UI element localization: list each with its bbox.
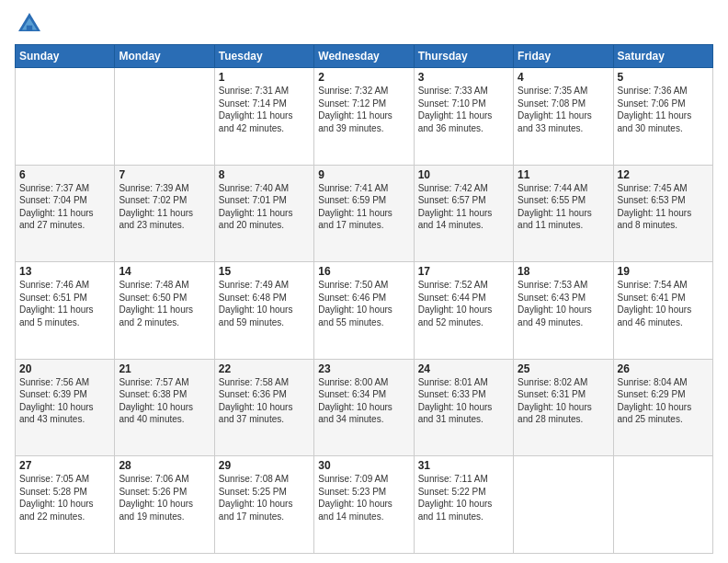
- calendar-week-5: 27 Sunrise: 7:05 AMSunset: 5:28 PMDaylig…: [16, 456, 713, 554]
- cell-info: Sunrise: 7:46 AMSunset: 6:51 PMDaylight:…: [19, 280, 94, 327]
- cell-info: Sunrise: 7:44 AMSunset: 6:55 PMDaylight:…: [518, 183, 592, 231]
- calendar-week-2: 6 Sunrise: 7:37 AMSunset: 7:04 PMDayligh…: [16, 165, 713, 262]
- day-number: 15: [219, 265, 310, 278]
- day-number: 21: [119, 362, 210, 375]
- day-number: 28: [119, 459, 210, 472]
- svg-rect-2: [27, 26, 32, 31]
- calendar-week-1: 1 Sunrise: 7:31 AMSunset: 7:14 PMDayligh…: [16, 68, 713, 166]
- cell-info: Sunrise: 7:35 AMSunset: 7:08 PMDaylight:…: [518, 86, 592, 133]
- calendar-week-4: 20 Sunrise: 7:56 AMSunset: 6:39 PMDaylig…: [16, 359, 713, 456]
- cell-info: Sunrise: 7:57 AMSunset: 6:38 PMDaylight:…: [119, 377, 193, 425]
- day-number: 9: [318, 168, 409, 181]
- table-row: 20 Sunrise: 7:56 AMSunset: 6:39 PMDaylig…: [16, 359, 115, 456]
- page: Sunday Monday Tuesday Wednesday Thursday…: [0, 0, 728, 563]
- table-row: 28 Sunrise: 7:06 AMSunset: 5:26 PMDaylig…: [115, 456, 214, 554]
- table-row: [115, 68, 214, 166]
- cell-info: Sunrise: 7:33 AMSunset: 7:10 PMDaylight:…: [418, 86, 493, 133]
- table-row: 6 Sunrise: 7:37 AMSunset: 7:04 PMDayligh…: [16, 165, 115, 262]
- table-row: [16, 68, 115, 166]
- cell-info: Sunrise: 7:58 AMSunset: 6:36 PMDaylight:…: [219, 377, 293, 425]
- day-number: 18: [518, 265, 609, 278]
- cell-info: Sunrise: 7:40 AMSunset: 7:01 PMDaylight:…: [219, 183, 293, 231]
- table-row: 23 Sunrise: 8:00 AMSunset: 6:34 PMDaylig…: [314, 359, 414, 456]
- day-number: 25: [518, 362, 609, 375]
- cell-info: Sunrise: 7:53 AMSunset: 6:43 PMDaylight:…: [518, 280, 592, 327]
- table-row: 5 Sunrise: 7:36 AMSunset: 7:06 PMDayligh…: [613, 68, 712, 166]
- cell-info: Sunrise: 7:54 AMSunset: 6:41 PMDaylight:…: [618, 280, 692, 327]
- table-row: 3 Sunrise: 7:33 AMSunset: 7:10 PMDayligh…: [414, 68, 513, 166]
- day-number: 11: [518, 168, 609, 181]
- cell-info: Sunrise: 7:06 AMSunset: 5:26 PMDaylight:…: [119, 474, 193, 522]
- day-number: 30: [318, 459, 409, 472]
- table-row: 1 Sunrise: 7:31 AMSunset: 7:14 PMDayligh…: [214, 68, 313, 166]
- cell-info: Sunrise: 7:52 AMSunset: 6:44 PMDaylight:…: [418, 280, 493, 327]
- day-number: 17: [418, 265, 509, 278]
- table-row: 31 Sunrise: 7:11 AMSunset: 5:22 PMDaylig…: [414, 456, 513, 554]
- col-monday: Monday: [115, 45, 214, 68]
- day-number: 4: [518, 71, 609, 84]
- cell-info: Sunrise: 7:08 AMSunset: 5:25 PMDaylight:…: [219, 474, 293, 522]
- cell-info: Sunrise: 7:05 AMSunset: 5:28 PMDaylight:…: [19, 474, 94, 522]
- table-row: 2 Sunrise: 7:32 AMSunset: 7:12 PMDayligh…: [314, 68, 414, 166]
- table-row: 15 Sunrise: 7:49 AMSunset: 6:48 PMDaylig…: [214, 262, 313, 360]
- table-row: 18 Sunrise: 7:53 AMSunset: 6:43 PMDaylig…: [514, 262, 613, 360]
- table-row: 29 Sunrise: 7:08 AMSunset: 5:25 PMDaylig…: [214, 456, 313, 554]
- day-number: 16: [318, 265, 409, 278]
- col-saturday: Saturday: [613, 45, 712, 68]
- cell-info: Sunrise: 7:39 AMSunset: 7:02 PMDaylight:…: [119, 183, 193, 231]
- day-number: 10: [418, 168, 509, 181]
- table-row: [514, 456, 613, 554]
- day-number: 5: [618, 71, 709, 84]
- col-sunday: Sunday: [16, 45, 115, 68]
- logo: [15, 9, 48, 39]
- header-row: Sunday Monday Tuesday Wednesday Thursday…: [16, 45, 713, 68]
- cell-info: Sunrise: 7:11 AMSunset: 5:22 PMDaylight:…: [418, 474, 493, 522]
- table-row: 14 Sunrise: 7:48 AMSunset: 6:50 PMDaylig…: [115, 262, 214, 360]
- day-number: 6: [19, 168, 110, 181]
- table-row: 25 Sunrise: 8:02 AMSunset: 6:31 PMDaylig…: [514, 359, 613, 456]
- day-number: 2: [318, 71, 409, 84]
- cell-info: Sunrise: 7:37 AMSunset: 7:04 PMDaylight:…: [19, 183, 94, 231]
- day-number: 20: [19, 362, 110, 375]
- day-number: 31: [418, 459, 509, 472]
- day-number: 24: [418, 362, 509, 375]
- table-row: 10 Sunrise: 7:42 AMSunset: 6:57 PMDaylig…: [414, 165, 513, 262]
- day-number: 19: [618, 265, 709, 278]
- cell-info: Sunrise: 7:49 AMSunset: 6:48 PMDaylight:…: [219, 280, 293, 327]
- table-row: 19 Sunrise: 7:54 AMSunset: 6:41 PMDaylig…: [613, 262, 712, 360]
- table-row: 22 Sunrise: 7:58 AMSunset: 6:36 PMDaylig…: [214, 359, 313, 456]
- col-friday: Friday: [514, 45, 613, 68]
- cell-info: Sunrise: 8:04 AMSunset: 6:29 PMDaylight:…: [618, 377, 692, 425]
- day-number: 12: [618, 168, 709, 181]
- day-number: 26: [618, 362, 709, 375]
- table-row: 13 Sunrise: 7:46 AMSunset: 6:51 PMDaylig…: [16, 262, 115, 360]
- col-thursday: Thursday: [414, 45, 513, 68]
- day-number: 8: [219, 168, 310, 181]
- day-number: 29: [219, 459, 310, 472]
- cell-info: Sunrise: 7:42 AMSunset: 6:57 PMDaylight:…: [418, 183, 493, 231]
- day-number: 23: [318, 362, 409, 375]
- cell-info: Sunrise: 8:00 AMSunset: 6:34 PMDaylight:…: [318, 377, 392, 425]
- cell-info: Sunrise: 7:48 AMSunset: 6:50 PMDaylight:…: [119, 280, 193, 327]
- cell-info: Sunrise: 7:09 AMSunset: 5:23 PMDaylight:…: [318, 474, 392, 522]
- cell-info: Sunrise: 7:41 AMSunset: 6:59 PMDaylight:…: [318, 183, 392, 231]
- table-row: 12 Sunrise: 7:45 AMSunset: 6:53 PMDaylig…: [613, 165, 712, 262]
- header: [15, 9, 713, 39]
- logo-icon: [15, 9, 44, 39]
- calendar-table: Sunday Monday Tuesday Wednesday Thursday…: [15, 44, 713, 554]
- table-row: 16 Sunrise: 7:50 AMSunset: 6:46 PMDaylig…: [314, 262, 414, 360]
- table-row: 9 Sunrise: 7:41 AMSunset: 6:59 PMDayligh…: [314, 165, 414, 262]
- day-number: 1: [219, 71, 310, 84]
- table-row: 17 Sunrise: 7:52 AMSunset: 6:44 PMDaylig…: [414, 262, 513, 360]
- day-number: 7: [119, 168, 210, 181]
- calendar-week-3: 13 Sunrise: 7:46 AMSunset: 6:51 PMDaylig…: [16, 262, 713, 360]
- day-number: 13: [19, 265, 110, 278]
- col-tuesday: Tuesday: [214, 45, 313, 68]
- cell-info: Sunrise: 7:45 AMSunset: 6:53 PMDaylight:…: [618, 183, 692, 231]
- cell-info: Sunrise: 7:31 AMSunset: 7:14 PMDaylight:…: [219, 86, 293, 133]
- col-wednesday: Wednesday: [314, 45, 414, 68]
- table-row: 27 Sunrise: 7:05 AMSunset: 5:28 PMDaylig…: [16, 456, 115, 554]
- day-number: 14: [119, 265, 210, 278]
- table-row: 11 Sunrise: 7:44 AMSunset: 6:55 PMDaylig…: [514, 165, 613, 262]
- table-row: 24 Sunrise: 8:01 AMSunset: 6:33 PMDaylig…: [414, 359, 513, 456]
